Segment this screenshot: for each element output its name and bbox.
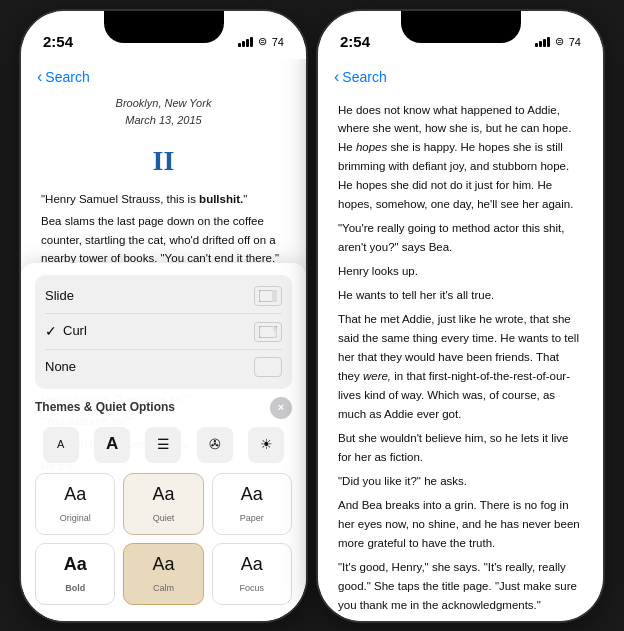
book-date: March 13, 2015 [41, 112, 286, 129]
back-button-right[interactable]: ‹ Search [334, 68, 387, 86]
option-none-label: None [45, 357, 254, 377]
phone-right: 2:54 ⊜ 74 ‹ Search He does not know what… [318, 11, 603, 621]
status-icons-left: ⊜ 74 [238, 35, 284, 48]
close-icon: × [278, 399, 284, 416]
rp-8: And Bea breaks into a grin. There is no … [338, 496, 583, 553]
svg-rect-1 [272, 290, 277, 302]
font-large-label: A [106, 431, 118, 457]
slide-icon [254, 286, 282, 306]
time-right: 2:54 [340, 33, 370, 50]
theme-focus-label: Focus [240, 582, 265, 596]
back-button-left[interactable]: ‹ Search [37, 68, 90, 86]
theme-paper-aa: Aa [241, 481, 263, 509]
theme-quiet[interactable]: Aa Quiet [123, 473, 203, 535]
theme-calm-label: Calm [153, 582, 174, 596]
curl-icon [254, 322, 282, 342]
theme-bold-label: Bold [65, 582, 85, 596]
phone-left: 2:54 ⊜ 74 ‹ Search Brooklyn, New York [21, 11, 306, 621]
divider-2 [45, 349, 282, 350]
theme-original-aa: Aa [64, 481, 86, 509]
back-label-left: Search [45, 69, 89, 85]
theme-original[interactable]: Aa Original [35, 473, 115, 535]
overlay-panel: Slide ✓ Curl Non [21, 263, 306, 621]
theme-paper[interactable]: Aa Paper [212, 473, 292, 535]
option-curl[interactable]: ✓ Curl [45, 316, 282, 348]
notch [104, 11, 224, 43]
signal-icon-right [535, 37, 550, 47]
option-curl-label: Curl [63, 321, 254, 341]
rp-6: But she wouldn't believe him, so he lets… [338, 429, 583, 467]
option-slide[interactable]: Slide [45, 281, 282, 311]
theme-bold-aa: Aa [64, 551, 87, 579]
chevron-icon: ‹ [37, 68, 42, 86]
book-location: Brooklyn, New York [41, 95, 286, 112]
bookmark-button[interactable]: ✇ [197, 427, 233, 463]
theme-focus-aa: Aa [241, 551, 263, 579]
option-slide-label: Slide [45, 286, 254, 306]
display-button[interactable]: ☀ [248, 427, 284, 463]
theme-focus[interactable]: Aa Focus [212, 543, 292, 605]
divider-1 [45, 313, 282, 314]
phones-container: 2:54 ⊜ 74 ‹ Search Brooklyn, New York [21, 11, 603, 621]
time-left: 2:54 [43, 33, 73, 50]
status-icons-right: ⊜ 74 [535, 35, 581, 48]
notch-right [401, 11, 521, 43]
rp-5: That he met Addie, just like he wrote, t… [338, 310, 583, 424]
theme-original-label: Original [60, 512, 91, 526]
rp-1: He does not know what happened to Addie,… [338, 101, 583, 215]
display-icon: ☀ [260, 434, 273, 456]
back-label-right: Search [342, 69, 386, 85]
chevron-icon-right: ‹ [334, 68, 339, 86]
reader-content-right: He does not know what happened to Addie,… [318, 95, 603, 621]
theme-quiet-label: Quiet [153, 512, 175, 526]
rp-9: "It's good, Henry," she says. "It's real… [338, 558, 583, 615]
font-small-button[interactable]: A [43, 427, 79, 463]
para-1: "Henry Samuel Strauss, this is bullshit.… [41, 190, 286, 208]
rp-4: He wants to tell her it's all true. [338, 286, 583, 305]
wifi-icon-right: ⊜ [555, 35, 564, 48]
columns-button[interactable]: ☰ [145, 427, 181, 463]
bookmark-icon: ✇ [209, 434, 221, 456]
battery-left: 74 [272, 36, 284, 48]
theme-bold[interactable]: Aa Bold [35, 543, 115, 605]
rp-10: "What?" [338, 620, 583, 621]
theme-calm[interactable]: Aa Calm [123, 543, 203, 605]
nav-bar-right: ‹ Search [318, 59, 603, 95]
rp-3: Henry looks up. [338, 262, 583, 281]
slide-options-menu: Slide ✓ Curl Non [35, 275, 292, 389]
nav-bar-left: ‹ Search [21, 59, 306, 95]
wifi-icon: ⊜ [258, 35, 267, 48]
chapter-number: II [41, 139, 286, 182]
rp-7: "Did you like it?" he asks. [338, 472, 583, 491]
font-toolbar: A A ☰ ✇ ☀ [35, 427, 292, 463]
rp-2: "You're really going to method actor thi… [338, 219, 583, 257]
book-header: Brooklyn, New York March 13, 2015 [41, 95, 286, 129]
font-small-label: A [57, 436, 64, 453]
signal-icon [238, 37, 253, 47]
close-button[interactable]: × [270, 397, 292, 419]
none-icon [254, 357, 282, 377]
themes-label: Themes & Quiet Options [35, 398, 175, 417]
theme-quiet-aa: Aa [152, 481, 174, 509]
option-none[interactable]: None [45, 352, 282, 382]
font-large-button[interactable]: A [94, 427, 130, 463]
reader-content-left: Brooklyn, New York March 13, 2015 II "He… [21, 95, 306, 621]
battery-right: 74 [569, 36, 581, 48]
themes-grid: Aa Original Aa Quiet Aa Paper Aa Bold [35, 473, 292, 605]
theme-calm-aa: Aa [152, 551, 174, 579]
check-icon: ✓ [45, 321, 57, 343]
themes-section-header: Themes & Quiet Options × [35, 397, 292, 419]
columns-icon: ☰ [157, 434, 170, 456]
theme-paper-label: Paper [240, 512, 264, 526]
